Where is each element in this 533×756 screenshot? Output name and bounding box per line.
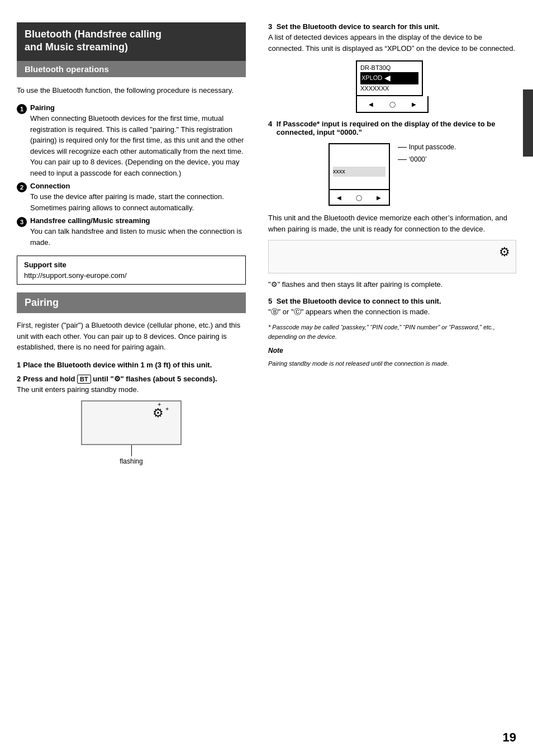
item-1-title: Pairing — [30, 103, 55, 112]
numbered-item-1: 1 Pairing When connecting Bluetooth devi… — [17, 103, 246, 178]
step-left-2-title: Press and hold BT until "⚙" flashes (abo… — [23, 375, 217, 383]
note-label: Note — [268, 347, 516, 355]
passcode-unit-wrapper: xxxx ◀ ◯ ▶ — [329, 143, 390, 206]
step-right-4: 4 If Passcode* input is required on the … — [268, 120, 516, 136]
step-right-3-body: A list of detected devices appears in th… — [268, 32, 516, 54]
main-title: Bluetooth (Handsfree calling and Music s… — [25, 28, 238, 54]
step-right-3-header: 3 Set the Bluetooth device to search for… — [268, 22, 516, 31]
circle-2: 2 — [17, 182, 27, 192]
flash-rays-container: ✦ ✦ ⚙ — [153, 406, 164, 420]
item-3-body: You can talk handsfree and listen to mus… — [30, 226, 246, 248]
support-title: Support site — [24, 261, 239, 269]
circle-1: 1 — [17, 104, 27, 114]
step-right-4-header: 4 If Passcode* input is required on the … — [268, 120, 516, 136]
step-right-4-num: 4 — [268, 120, 274, 128]
bt-ready-box: ⚙ — [268, 240, 516, 273]
pairing-section-header: Pairing — [17, 292, 246, 313]
arrow-indicator: ◀ — [384, 73, 391, 84]
main-title-box: Bluetooth (Handsfree calling and Music s… — [17, 22, 246, 61]
step-left-1: 1 Place the Bluetooth device within 1 m … — [17, 361, 246, 369]
step-left-2-header: 2 Press and hold BT until "⚙" flashes (a… — [17, 375, 246, 383]
device-row-1: DR-BT30Q — [360, 64, 418, 72]
step-left-2-num: 2 — [17, 375, 21, 383]
step-right-3-num: 3 — [268, 22, 274, 31]
ray-top: ✦ — [157, 401, 161, 408]
pairing-complete-text: "⚙" flashes and then stays lit after pai… — [268, 279, 516, 290]
page: Bluetooth (Handsfree calling and Music s… — [0, 0, 533, 756]
pc-btn-left: ◀ — [337, 195, 341, 201]
sidebar-bar — [523, 89, 533, 157]
numbered-item-2: 2 Connection To use the device after pai… — [17, 182, 246, 213]
pairing-intro: First, register ("pair") a Bluetooth dev… — [17, 320, 246, 353]
left-column: Bluetooth (Handsfree calling and Music s… — [0, 11, 257, 745]
pc-btn-circle: ◯ — [356, 195, 362, 201]
step-right-5-num: 5 — [268, 297, 274, 305]
btn-left: ◀ — [369, 101, 373, 107]
pc-row-1 — [333, 147, 386, 157]
pc-btn-right: ▶ — [377, 195, 381, 201]
device-wrapper: DR-BT30Q XPLOD ◀ XXXXXXX ◀ ◯ ▶ — [356, 60, 429, 113]
step-left-1-header: 1 Place the Bluetooth device within 1 m … — [17, 361, 246, 369]
step-right-5: 5 Set the Bluetooth device to connect to… — [268, 297, 516, 318]
vert-line — [131, 445, 132, 456]
gear-icon-text: ⚙ — [271, 280, 278, 289]
lbl-line-2 — [398, 159, 407, 160]
passcode-bottom: ◀ ◯ ▶ — [329, 190, 390, 206]
bt-ready-icon: ⚙ — [499, 245, 510, 259]
support-url: http://support.sony-europe.com/ — [24, 271, 239, 280]
circle-3: 3 — [17, 217, 27, 227]
numbered-item-3: 3 Handsfree calling/Music streaming You … — [17, 216, 246, 248]
item-3-title: Handsfree calling/Music streaming — [30, 216, 150, 225]
btn-circle: ◯ — [389, 101, 396, 107]
item-3-content: Handsfree calling/Music streaming You ca… — [30, 216, 246, 248]
passcode-label-1: Input passcode. — [398, 143, 456, 151]
step-right-4-title: If Passcode* input is required on the di… — [277, 120, 516, 136]
device-diagram-3: DR-BT30Q XPLOD ◀ XXXXXXX ◀ ◯ ▶ — [268, 60, 516, 113]
device-screen: DR-BT30Q XPLOD ◀ XXXXXXX — [356, 60, 423, 96]
middle-text: This unit and the Bluetooth device memor… — [268, 212, 516, 234]
footnote-star: * Passcode may be called “passkey,” “PIN… — [268, 323, 516, 341]
page-number: 19 — [503, 730, 516, 745]
device-row-3: XXXXXXX — [360, 84, 418, 93]
item-1-body: When connecting Bluetooth devices for th… — [30, 113, 246, 178]
device-bottom: ◀ ◯ ▶ — [356, 96, 429, 113]
step-left-1-title: Place the Bluetooth device within 1 m (3… — [23, 361, 212, 369]
step-right-5-body: "Ⓑ" or "Ⓒ" appears when the connection i… — [268, 306, 516, 318]
step-right-5-header: 5 Set the Bluetooth device to connect to… — [268, 297, 516, 305]
item-2-content: Connection To use the device after pairi… — [30, 182, 246, 213]
item-1-content: Pairing When connecting Bluetooth device… — [30, 103, 246, 178]
ray-right: ✦ — [165, 406, 169, 412]
passcode-screen: xxxx — [329, 143, 390, 190]
support-site-box: Support site http://support.sony-europe.… — [17, 256, 246, 285]
pc-row-2 — [333, 157, 386, 167]
btn-right: ▶ — [412, 101, 416, 107]
flash-label: flashing — [120, 457, 142, 465]
subtitle-box: Bluetooth operations — [17, 61, 246, 77]
bt-flash-icon: ⚙ — [153, 406, 164, 420]
flash-unit-display: ✦ ✦ ⚙ — [81, 400, 182, 445]
pairing-title: Pairing — [25, 297, 238, 309]
step-right-5-title: Set the Bluetooth device to connect to t… — [277, 297, 441, 305]
step-left-2: 2 Press and hold BT until "⚙" flashes (a… — [17, 375, 246, 395]
passcode-labels: Input passcode. ‘0000’ — [398, 143, 456, 168]
passcode-label-2: ‘0000’ — [398, 155, 456, 163]
pc-row-3: xxxx — [333, 167, 386, 177]
item-2-body: To use the device after pairing is made,… — [30, 191, 246, 213]
step-right-3: 3 Set the Bluetooth device to search for… — [268, 22, 516, 54]
intro-text: To use the Bluetooth function, the follo… — [17, 85, 246, 96]
pc-row-4 — [333, 177, 386, 187]
passcode-diagram: xxxx ◀ ◯ ▶ Input passcode. ‘0000’ — [268, 143, 516, 206]
step-left-1-num: 1 — [17, 361, 21, 369]
device-row-2: XPLOD ◀ — [360, 72, 418, 84]
lbl-line-1 — [398, 147, 407, 148]
step-right-3-title: Set the Bluetooth device to search for t… — [277, 22, 440, 31]
item-2-title: Connection — [30, 182, 70, 190]
note-text: Pairing standby mode is not released unt… — [268, 359, 516, 368]
right-column: 3 Set the Bluetooth device to search for… — [257, 11, 533, 745]
step-left-2-body: The unit enters pairing standby mode. — [17, 384, 246, 395]
flash-diagram: ✦ ✦ ⚙ flashing — [17, 400, 246, 465]
subtitle: Bluetooth operations — [25, 64, 238, 74]
